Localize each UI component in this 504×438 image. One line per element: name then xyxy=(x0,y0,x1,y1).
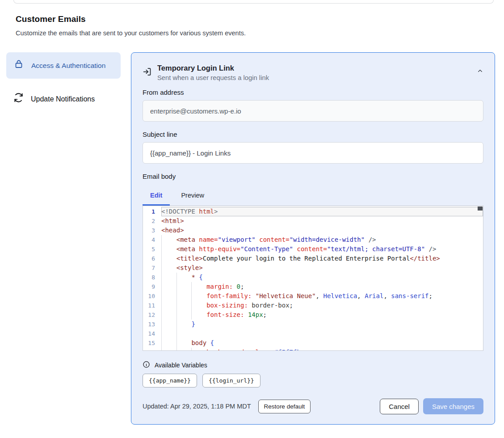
line-number: 8 xyxy=(143,273,161,282)
sidebar-item-update-notifications[interactable]: Update Notifications xyxy=(6,87,121,111)
line-number: 14 xyxy=(143,329,161,338)
info-icon xyxy=(143,361,150,370)
code-line[interactable]: 1<!DOCTYPE html> xyxy=(143,207,483,216)
code-line[interactable]: 11 box-sizing: border-box; xyxy=(143,301,483,310)
variable-chips: {{app_name}} {{login_url}} xyxy=(143,374,483,387)
code-line[interactable]: 3<head> xyxy=(143,226,483,235)
code-line[interactable]: 2<html> xyxy=(143,216,483,226)
sidebar-item-access-authentication[interactable]: Access & Authentication xyxy=(6,52,121,79)
previous-card-bottom-edge xyxy=(13,0,494,4)
variable-chip-app-name[interactable]: {{app_name}} xyxy=(143,374,197,387)
email-body-label: Email body xyxy=(143,173,483,180)
code-line[interactable]: 9 margin: 0; xyxy=(143,282,483,291)
email-body-code-editor[interactable]: 1<!DOCTYPE html>2<html>3<head>4 <meta na… xyxy=(143,206,483,351)
code-lines: 1<!DOCTYPE html>2<html>3<head>4 <meta na… xyxy=(143,206,483,351)
available-variables-header: Available Variables xyxy=(143,361,483,370)
restore-default-button[interactable]: Restore default xyxy=(258,400,311,413)
line-number: 9 xyxy=(143,282,161,291)
line-number: 10 xyxy=(143,291,161,301)
code-line[interactable]: 7 <style> xyxy=(143,263,483,273)
line-number: 2 xyxy=(143,216,161,226)
line-number: 4 xyxy=(143,235,161,244)
from-address-field[interactable] xyxy=(143,100,483,122)
lock-icon xyxy=(13,59,24,72)
line-number: 3 xyxy=(143,226,161,235)
variable-chip-login-url[interactable]: {{login_url}} xyxy=(202,374,260,387)
panel-title: Temporary Login Link xyxy=(157,64,269,72)
tab-edit[interactable]: Edit xyxy=(143,186,170,206)
collapse-button[interactable] xyxy=(477,67,483,76)
line-number: 1 xyxy=(143,207,161,216)
line-number: 15 xyxy=(143,338,161,348)
login-icon xyxy=(143,67,152,78)
panel-header: Temporary Login Link Sent when a user re… xyxy=(143,64,483,81)
code-line[interactable]: 16 background-color: #f5f7fb; xyxy=(143,348,483,351)
line-number: 7 xyxy=(143,263,161,273)
panel-header-text: Temporary Login Link Sent when a user re… xyxy=(157,64,269,81)
email-body-tabs: Edit Preview xyxy=(143,186,483,206)
sidebar-item-label: Update Notifications xyxy=(31,94,95,105)
panel-subtitle: Sent when a user requests a login link xyxy=(157,74,269,81)
subject-line-label: Subject line xyxy=(143,131,483,138)
line-number: 11 xyxy=(143,301,161,310)
temporary-login-link-panel: Temporary Login Link Sent when a user re… xyxy=(131,52,495,425)
editor-scrollbar-thumb[interactable] xyxy=(478,206,483,211)
page-subtitle: Customize the emails that are sent to yo… xyxy=(16,29,504,37)
refresh-icon xyxy=(13,93,24,106)
code-line[interactable]: 15 body { xyxy=(143,338,483,348)
code-line[interactable]: 6 <title>Complete your login to the Repl… xyxy=(143,254,483,263)
code-line[interactable]: 5 <meta http-equiv="Content-Type" conten… xyxy=(143,244,483,254)
from-address-label: From address xyxy=(143,88,483,96)
line-number: 13 xyxy=(143,320,161,329)
cancel-button[interactable]: Cancel xyxy=(380,399,419,414)
subject-line-field[interactable] xyxy=(143,142,483,164)
code-line[interactable]: 12 font-size: 14px; xyxy=(143,310,483,320)
line-number: 12 xyxy=(143,310,161,320)
sidebar-item-label: Access & Authentication xyxy=(31,60,105,71)
code-line[interactable]: 4 <meta name="viewport" content="width=d… xyxy=(143,235,483,244)
line-number: 5 xyxy=(143,244,161,254)
available-variables-label: Available Variables xyxy=(155,362,207,369)
code-line[interactable]: 14 xyxy=(143,329,483,338)
panel-footer: Updated: Apr 29, 2025, 1:18 PM MDT Resto… xyxy=(143,398,483,414)
chevron-up-icon xyxy=(477,69,483,76)
code-line[interactable]: 8 * { xyxy=(143,273,483,282)
tab-preview[interactable]: Preview xyxy=(173,186,212,206)
updated-timestamp: Updated: Apr 29, 2025, 1:18 PM MDT xyxy=(143,403,251,410)
line-number: 16 xyxy=(143,348,161,351)
main-layout: Access & Authentication Update Notificat… xyxy=(0,52,504,425)
code-line[interactable]: 13 } xyxy=(143,320,483,329)
line-number: 6 xyxy=(143,254,161,263)
settings-sidebar: Access & Authentication Update Notificat… xyxy=(6,52,121,111)
save-changes-button[interactable]: Save changes xyxy=(423,398,483,414)
page-title: Customer Emails xyxy=(16,14,504,24)
code-line[interactable]: 10 font-family: "Helvetica Neue", Helvet… xyxy=(143,291,483,301)
